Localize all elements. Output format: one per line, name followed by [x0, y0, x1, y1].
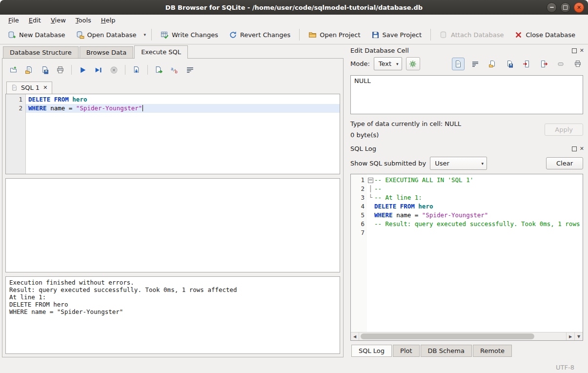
log-line: -- Result: query executed successfully. …: [374, 220, 583, 228]
menu-edit[interactable]: Edit: [24, 16, 45, 25]
tab-label: DB Schema: [428, 347, 465, 354]
float-panel-icon[interactable]: [572, 48, 577, 53]
cell-info-row: Type of data currently in cell: NULL 0 b…: [350, 120, 583, 139]
open-project-button[interactable]: Open Project: [304, 28, 365, 42]
menu-help[interactable]: Help: [97, 16, 120, 25]
log-line: WHERE name = "Spider-Youngster": [374, 211, 583, 220]
toolbar-separator: [147, 65, 148, 75]
cell-value: NULL: [354, 77, 371, 84]
new-tab-icon: [9, 66, 18, 74]
print-icon: [574, 60, 582, 68]
encoding-indicator: UTF-8: [556, 364, 574, 371]
minimize-button[interactable]: [547, 2, 557, 13]
log-line: --: [374, 185, 583, 193]
toolbar-separator: [299, 29, 300, 41]
save-sql-file-button[interactable]: [38, 63, 52, 77]
tab-db-schema[interactable]: DB Schema: [421, 345, 472, 357]
null-icon: [557, 60, 565, 68]
line-number: 3: [351, 193, 365, 202]
paste-into-cell-button[interactable]: [520, 58, 533, 70]
import-cell-button[interactable]: [486, 58, 499, 70]
main-toolbar: New Database Open Database ▾ Write Chang…: [0, 25, 588, 44]
format-sql-button[interactable]: ab: [167, 63, 182, 77]
tab-database-structure[interactable]: Database Structure: [3, 46, 79, 58]
line-number: 1: [6, 95, 22, 104]
scrollbar-thumb[interactable]: [361, 333, 534, 339]
tab-label: Execute SQL: [141, 48, 181, 56]
log-gutter: 1234567: [351, 174, 367, 332]
save-results-button[interactable]: [129, 63, 143, 77]
print-button[interactable]: [53, 63, 67, 77]
cell-word-wrap-button[interactable]: [469, 58, 482, 70]
menu-file[interactable]: File: [4, 16, 23, 25]
save-project-button[interactable]: Save Project: [366, 28, 427, 42]
sql-tab-label: SQL 1: [21, 84, 40, 91]
menu-tools[interactable]: Tools: [71, 16, 96, 25]
tab-label: Remote: [480, 347, 505, 354]
tab-sql-log[interactable]: SQL Log: [351, 345, 392, 357]
text-mode-button[interactable]: [452, 58, 465, 70]
write-changes-button[interactable]: Write Changes: [156, 28, 223, 42]
sql-1-tab[interactable]: SQL 1 ✕: [6, 82, 52, 94]
tab-plot[interactable]: Plot: [393, 345, 420, 357]
panel-splitter[interactable]: [344, 44, 347, 361]
fold-collapse-icon[interactable]: [367, 176, 374, 185]
sql-editor[interactable]: 12 DELETE FROM heroWHERE name = "Spider-…: [5, 94, 340, 174]
word-wrap-button[interactable]: [183, 63, 197, 77]
results-grid[interactable]: [5, 178, 340, 272]
fold-spacer: [367, 228, 374, 237]
save-sql-file-icon: [41, 66, 49, 74]
close-button[interactable]: ✕: [574, 2, 584, 13]
tab-execute-sql[interactable]: Execute SQL: [134, 45, 188, 59]
editor-line[interactable]: DELETE FROM hero: [26, 95, 340, 104]
close-panel-icon[interactable]: ✕: [580, 146, 584, 151]
close-tab-icon[interactable]: ✕: [43, 84, 47, 91]
log-line: DELETE FROM hero: [374, 202, 583, 211]
cell-editor[interactable]: NULL: [350, 75, 583, 114]
open-sql-file-button[interactable]: [22, 63, 36, 77]
mode-combobox[interactable]: Text ▾: [374, 57, 402, 70]
dock-buttons: ✕: [572, 146, 585, 151]
print-cell-button[interactable]: [571, 58, 584, 70]
close-database-button[interactable]: Close Database: [509, 28, 580, 42]
new-database-button[interactable]: New Database: [3, 28, 70, 42]
apply-button[interactable]: Apply: [545, 124, 583, 136]
menu-view[interactable]: View: [46, 16, 70, 25]
tab-remote[interactable]: Remote: [473, 345, 512, 357]
revert-changes-label: Revert Changes: [240, 31, 290, 39]
export-icon: [155, 66, 163, 74]
attach-database-button[interactable]: Attach Database: [435, 28, 508, 42]
tab-browse-data[interactable]: Browse Data: [80, 46, 134, 58]
edit-cell-header: Edit Database Cell ✕: [347, 45, 586, 56]
execute-line-button[interactable]: [91, 63, 105, 77]
revert-changes-button[interactable]: Revert Changes: [224, 28, 295, 42]
editor-line[interactable]: WHERE name = "Spider-Youngster": [26, 104, 340, 113]
maximize-button[interactable]: [560, 2, 570, 13]
stop-button[interactable]: [107, 63, 121, 77]
import-file-icon: [488, 60, 496, 68]
scroll-right-icon[interactable]: ▶: [566, 332, 574, 340]
log-horizontal-scrollbar[interactable]: ◀ ▶ ▼: [351, 332, 583, 340]
open-database-button[interactable]: Open Database: [71, 28, 142, 42]
float-panel-icon[interactable]: [572, 146, 577, 151]
scroll-left-icon[interactable]: ◀: [351, 332, 359, 340]
scroll-down-icon[interactable]: ▼: [574, 332, 583, 340]
open-database-dropdown[interactable]: ▾: [142, 30, 147, 40]
clear-log-button[interactable]: Clear: [546, 157, 583, 169]
execute-all-button[interactable]: [76, 63, 90, 77]
sql-log-viewer[interactable]: 1234567 │└ -- EXECUTING ALL IN 'SQL 1'--…: [350, 174, 583, 341]
svg-text:b: b: [175, 69, 178, 74]
export-csv-button[interactable]: [152, 63, 166, 77]
copy-from-cell-button[interactable]: [537, 58, 550, 70]
open-tab-button[interactable]: [6, 63, 20, 77]
scrollbar-track[interactable]: [359, 332, 566, 340]
cell-settings-button[interactable]: [406, 57, 420, 70]
play-to-line-icon: [94, 66, 102, 74]
toolbar-separator: [151, 29, 152, 41]
export-cell-button[interactable]: [503, 58, 516, 70]
close-panel-icon[interactable]: ✕: [580, 48, 584, 53]
toolbar-separator: [125, 65, 125, 75]
set-null-button[interactable]: [554, 58, 567, 70]
submitted-by-combobox[interactable]: User ▾: [430, 157, 487, 170]
tab-label: SQL Log: [359, 347, 385, 354]
